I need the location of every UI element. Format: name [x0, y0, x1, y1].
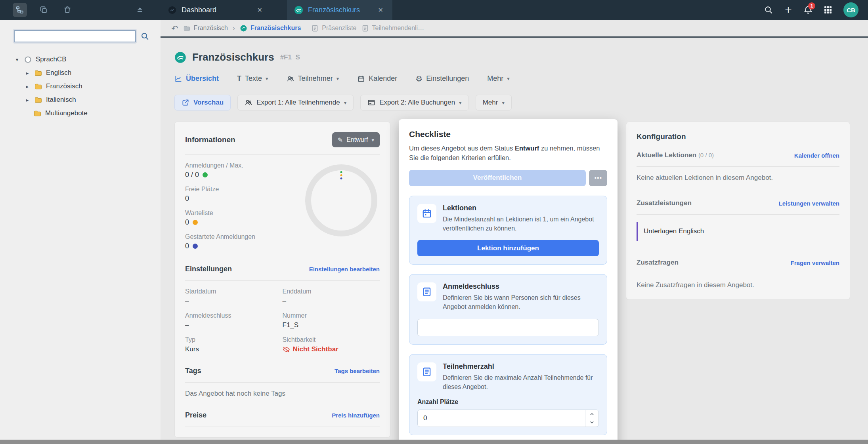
notifications-bell-icon[interactable]: 1 [801, 2, 816, 17]
tree-item-franzoesisch[interactable]: ▸ Französisch [14, 80, 149, 93]
list-icon [361, 25, 369, 32]
chevron-right-icon[interactable]: ▸ [24, 97, 31, 103]
preview-button[interactable]: Vorschau [174, 95, 231, 111]
tree-item-englisch[interactable]: ▸ Englisch [14, 66, 149, 80]
field-sichtbarkeit: Sichtbarkeit Nicht Sichtbar [283, 336, 380, 353]
main-area: ↶ Französisch › Französischkurs Präsenzl… [161, 20, 868, 444]
chevron-down-icon: ▾ [344, 100, 347, 106]
tree-item-label: SprachCB [36, 55, 66, 63]
field-typ: Typ Kurs [185, 336, 283, 353]
people-icon [287, 75, 294, 83]
tree-item-label: Multiangebote [45, 109, 88, 117]
add-icon[interactable]: + [781, 2, 796, 17]
leistungen-verwalten-link[interactable]: Leistungen verwalten [779, 200, 839, 207]
breadcrumb-current[interactable]: Französischkurs [240, 25, 301, 32]
avatar[interactable]: CB [843, 2, 858, 17]
notification-badge: 1 [808, 2, 815, 10]
fragen-verwalten-link[interactable]: Fragen verwalten [791, 259, 839, 266]
divider [185, 427, 380, 427]
more-actions-button[interactable]: Mehr ▾ [476, 95, 512, 111]
zusatzleistung-item[interactable]: Unterlagen Englisch [637, 222, 839, 241]
close-icon[interactable]: ✕ [255, 5, 264, 15]
course-icon [174, 51, 186, 63]
tree-view-icon[interactable] [13, 3, 27, 17]
tab-mehr[interactable]: Mehr ▾ [487, 74, 510, 83]
tree-item-label: Englisch [46, 69, 71, 77]
checklist-item-lektionen: Lektionen Die Mindestanzahl an Lektionen… [409, 196, 607, 265]
tab-dashboard[interactable]: Dashboard ✕ [161, 0, 271, 20]
tree-item-label: Französisch [46, 82, 82, 90]
card-title: Informationen [185, 135, 235, 144]
export2-button[interactable]: Export 2: Alle Buchungen ▾ [360, 95, 468, 111]
close-icon[interactable]: ✕ [376, 5, 385, 15]
panel-toggle-icon[interactable] [133, 3, 147, 17]
search-icon[interactable] [761, 2, 776, 17]
anzahl-plaetze-label: Anzahl Plätze [417, 398, 599, 406]
chevron-down-icon[interactable]: ▾ [14, 57, 20, 63]
page-title: Französischkurs [192, 51, 274, 63]
lektionen-count: (0 / 0) [698, 152, 714, 158]
tree-item-italienisch[interactable]: ▸ Italienisch [14, 93, 149, 107]
back-icon[interactable]: ↶ [171, 24, 178, 32]
chevron-down-icon: ▾ [336, 76, 339, 82]
page-content: Französischkurs #F1_S Übersicht T Texte … [161, 38, 868, 444]
stat-gestartete-anmeldungen: Gestartete Anmeldungen 0 [185, 233, 305, 250]
tags-bearbeiten-link[interactable]: Tags bearbeiten [335, 368, 380, 374]
breadcrumb-praesenzliste[interactable]: Präsenzliste [311, 25, 356, 32]
trash-icon[interactable] [60, 3, 75, 17]
tab-kalender[interactable]: Kalender [357, 74, 397, 83]
stepper-up-icon[interactable] [585, 410, 598, 418]
anmeldeschluss-input[interactable] [417, 319, 599, 336]
tab-teilnehmer[interactable]: Teilnehmer ▾ [287, 74, 339, 83]
tab-label: Dashboard [182, 6, 216, 14]
card-title: Konfiguration [637, 132, 686, 141]
field-nummer: Nummer F1_S [283, 312, 380, 329]
course-icon [240, 25, 247, 32]
stat-freie-plaetze: Freie Plätze 0 [185, 186, 305, 203]
einstellungen-bearbeiten-link[interactable]: Einstellungen bearbeiten [309, 266, 380, 272]
checklist-item-teilnehmerzahl: Teilnehmerzahl Definieren Sie die maxima… [409, 354, 607, 435]
field-anmeldeschluss: Anmeldeschluss – [185, 312, 283, 329]
sidebar-search-icon[interactable] [140, 32, 149, 41]
stepper-down-icon[interactable] [585, 418, 598, 427]
breadcrumb-teilnehmendenliste[interactable]: Teilnehmendenli… [361, 25, 424, 32]
tags-empty-text: Das Angebot hat noch keine Tags [185, 390, 380, 398]
chevron-right-icon[interactable]: ▸ [24, 70, 31, 76]
chevron-down-icon: ▾ [266, 76, 268, 82]
sidebar-search-input[interactable] [14, 30, 136, 42]
chevron-down-icon: ▾ [371, 137, 374, 143]
apps-grid-icon[interactable] [820, 2, 835, 17]
offer-tree: ▾ SprachCB ▸ Englisch ▸ Französisch [14, 53, 149, 120]
stat-warteliste: Warteliste 0 [185, 210, 305, 227]
horizontal-scrollbar[interactable] [0, 440, 868, 444]
tab-texte[interactable]: T Texte ▾ [237, 74, 268, 83]
folder-icon [34, 69, 42, 77]
lektion-hinzufuegen-button[interactable]: Lektion hinzufügen [417, 240, 599, 256]
status-dropdown[interactable]: ✎ Entwurf ▾ [332, 132, 380, 147]
publish-button[interactable]: Veröffentlichen [409, 170, 586, 186]
number-stepper [585, 410, 598, 427]
tree-item-multiangebote[interactable]: Multiangebote [14, 107, 149, 120]
eye-off-icon [283, 346, 290, 353]
divider [637, 166, 839, 167]
tab-einstellungen[interactable]: ⚙ Einstellungen [415, 74, 469, 83]
field-enddatum: Enddatum – [283, 288, 380, 305]
breadcrumb-folder[interactable]: Französisch [183, 25, 228, 32]
calendar-icon [417, 204, 436, 223]
kalender-oeffnen-link[interactable]: Kalender öffnen [794, 152, 839, 159]
lektionen-empty-text: Keine aktuellen Lektionen in diesem Ange… [637, 174, 839, 182]
topbar-actions: + 1 CB [761, 0, 868, 20]
export1-button[interactable]: Export 1: Alle Teilnehmende ▾ [237, 95, 354, 111]
list-icon [311, 25, 319, 32]
chevron-down-icon: ▾ [507, 76, 510, 82]
tab-franzoesischkurs[interactable]: Französischkurs ✕ [287, 0, 392, 20]
chevron-right-icon[interactable]: ▸ [24, 84, 31, 90]
anzahl-plaetze-input[interactable] [417, 410, 599, 427]
divider [185, 154, 380, 155]
copy-icon[interactable] [36, 3, 51, 17]
tab-uebersicht[interactable]: Übersicht [174, 74, 219, 83]
donut-chart [305, 164, 377, 236]
more-options-button[interactable]: ⋯ [589, 170, 607, 186]
preis-hinzufuegen-link[interactable]: Preis hinzufügen [332, 412, 380, 419]
tree-item-sprachcb[interactable]: ▾ SprachCB [14, 53, 149, 66]
